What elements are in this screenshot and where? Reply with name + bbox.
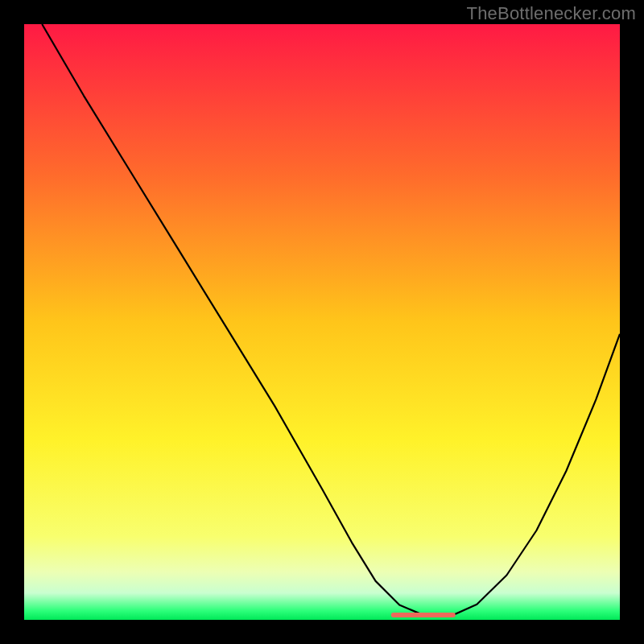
chart-container: TheBottlenecker.com [0,0,644,644]
chart-svg [24,24,620,620]
watermark-text: TheBottlenecker.com [467,3,636,24]
gradient-background [24,24,620,620]
plot-area [24,24,620,620]
